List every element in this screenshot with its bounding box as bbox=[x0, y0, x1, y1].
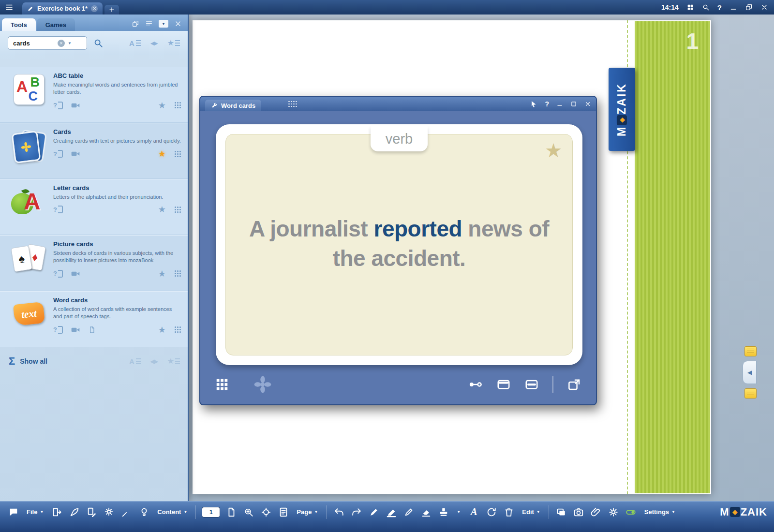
sort-alphabetical-icon[interactable]: A bbox=[129, 40, 141, 47]
minimize-button[interactable] bbox=[729, 3, 737, 11]
page-list-icon[interactable] bbox=[278, 507, 289, 517]
page-preview-icon[interactable] bbox=[226, 507, 237, 517]
camera-icon[interactable] bbox=[573, 507, 584, 517]
search-button[interactable] bbox=[702, 3, 710, 11]
pan-icon[interactable] bbox=[261, 507, 271, 517]
tab-tools[interactable]: Tools bbox=[2, 18, 36, 31]
tool-item-cards[interactable]: Cards Creating cards with text or pictur… bbox=[0, 123, 188, 179]
stamp-icon[interactable] bbox=[438, 507, 449, 517]
window-help-button[interactable]: ? bbox=[545, 100, 549, 108]
mozaik-ribbon-bookmark[interactable]: M◆ZAIK bbox=[609, 68, 635, 151]
highlighter-icon[interactable] bbox=[386, 507, 397, 517]
rotate-icon[interactable] bbox=[486, 507, 497, 517]
media-icon[interactable] bbox=[556, 507, 566, 517]
main-menu-button[interactable] bbox=[0, 0, 18, 15]
toggle-switch-icon[interactable] bbox=[625, 507, 636, 517]
search-input[interactable] bbox=[12, 39, 56, 47]
gear-icon[interactable] bbox=[608, 507, 619, 517]
attachment-icon[interactable] bbox=[591, 507, 601, 517]
drag-handle-icon[interactable] bbox=[288, 101, 299, 107]
favorite-star-icon[interactable]: ★ bbox=[158, 205, 166, 214]
undock-panel-icon[interactable] bbox=[132, 20, 139, 28]
notes-icon[interactable] bbox=[87, 507, 97, 517]
window-maximize-button[interactable] bbox=[570, 101, 577, 107]
edit-menu[interactable]: Edit▼ bbox=[520, 505, 542, 518]
pen-tool-icon[interactable] bbox=[69, 507, 80, 517]
favorite-star-icon[interactable]: ★ bbox=[158, 101, 166, 110]
window-close-button[interactable] bbox=[584, 101, 591, 107]
bookmark-note-icon[interactable] bbox=[744, 388, 757, 399]
show-all-link[interactable]: Show all bbox=[20, 357, 47, 365]
help-icon[interactable]: ? bbox=[53, 206, 63, 213]
undo-icon[interactable] bbox=[334, 507, 344, 517]
content-menu[interactable]: Content▼ bbox=[155, 505, 190, 518]
close-button[interactable] bbox=[760, 3, 768, 11]
shuffle-toggle-icon[interactable] bbox=[468, 377, 483, 392]
pencil-draw-icon[interactable] bbox=[403, 507, 414, 517]
video-icon[interactable] bbox=[71, 149, 80, 159]
tool-item-letter-cards[interactable]: A Letter cards Letters of the alphabet a… bbox=[0, 179, 188, 235]
list-view-icon[interactable] bbox=[145, 20, 153, 28]
card-front-button[interactable] bbox=[496, 377, 511, 392]
text-tool-icon[interactable]: A bbox=[471, 507, 477, 517]
dart-icon[interactable] bbox=[121, 507, 132, 517]
zoom-icon[interactable] bbox=[243, 507, 254, 517]
tab-games[interactable]: Games bbox=[37, 18, 75, 31]
panel-close-button[interactable] bbox=[174, 20, 182, 28]
import-icon[interactable] bbox=[52, 507, 62, 517]
eraser-icon[interactable] bbox=[421, 507, 432, 517]
card-back-button[interactable] bbox=[524, 377, 539, 392]
file-menu[interactable]: File▼ bbox=[24, 505, 46, 518]
new-tab-button[interactable] bbox=[104, 5, 119, 15]
tool-item-word-cards[interactable]: text Word cards A collection of word car… bbox=[0, 291, 188, 347]
tab-close-button[interactable] bbox=[91, 5, 98, 12]
help-icon[interactable]: ? bbox=[53, 270, 63, 278]
tool-item-picture-cards[interactable]: ♦ ♠ Picture cards Sixteen decks of cards… bbox=[0, 235, 188, 291]
dots-grid-icon[interactable] bbox=[175, 270, 181, 277]
drawing-tools-dropdown[interactable]: ▼ bbox=[454, 505, 463, 518]
word-cards-window[interactable]: Word cards ? verb ★ A journalist reporte… bbox=[199, 96, 597, 405]
run-search-icon[interactable] bbox=[93, 38, 104, 48]
word-cards-window-tab[interactable]: Word cards bbox=[205, 100, 261, 111]
page-number-box[interactable]: 1 bbox=[202, 507, 220, 517]
bookmark-note-icon[interactable] bbox=[744, 346, 757, 356]
help-icon[interactable]: ? bbox=[53, 102, 63, 109]
video-icon[interactable] bbox=[71, 101, 80, 110]
page-menu[interactable]: Page▼ bbox=[294, 505, 320, 518]
next-card-button[interactable] bbox=[567, 377, 581, 392]
favorite-star-icon[interactable]: ★ bbox=[158, 269, 166, 278]
restore-button[interactable] bbox=[745, 3, 753, 11]
card-favorite-star-icon[interactable]: ★ bbox=[545, 141, 562, 160]
dots-grid-icon[interactable] bbox=[175, 326, 181, 333]
video-icon[interactable] bbox=[71, 325, 80, 335]
dots-grid-icon[interactable] bbox=[175, 102, 181, 108]
search-history-chevron[interactable]: ▼ bbox=[67, 41, 73, 45]
dots-grid-icon[interactable] bbox=[175, 207, 181, 213]
video-icon[interactable] bbox=[71, 269, 80, 279]
dots-grid-icon[interactable] bbox=[175, 151, 181, 157]
favorite-star-icon[interactable]: ★ bbox=[158, 325, 166, 334]
tools-gear-icon[interactable] bbox=[104, 507, 115, 517]
favorites-filter-icon[interactable]: ★ bbox=[167, 357, 180, 365]
help-icon[interactable]: ? bbox=[53, 326, 63, 334]
ideas-icon[interactable] bbox=[139, 507, 149, 517]
panel-pull-tab[interactable]: ◀ bbox=[743, 361, 757, 384]
search-combo[interactable]: × ▼ bbox=[8, 36, 87, 50]
help-icon[interactable]: ? bbox=[53, 150, 63, 158]
pen-icon[interactable] bbox=[369, 507, 379, 517]
favorite-star-icon-active[interactable]: ★ bbox=[158, 149, 166, 158]
messages-icon[interactable] bbox=[8, 507, 19, 517]
tool-item-abc-table[interactable]: A B C ABC table Make meaningful words an… bbox=[0, 67, 188, 123]
document-icon[interactable] bbox=[88, 326, 96, 334]
delete-icon[interactable] bbox=[504, 507, 514, 517]
settings-menu[interactable]: Settings▼ bbox=[642, 505, 678, 518]
window-minimize-button[interactable] bbox=[556, 101, 563, 107]
panel-dropdown-button[interactable]: ▼ bbox=[159, 20, 168, 28]
sort-alphabetical-icon[interactable]: A bbox=[129, 358, 141, 365]
compare-arrows-icon[interactable]: ◀▶ bbox=[150, 358, 158, 365]
pointer-mode-icon[interactable] bbox=[530, 100, 537, 108]
deck-grid-button[interactable] bbox=[215, 377, 229, 392]
redo-icon[interactable] bbox=[351, 507, 362, 517]
exercise-book-tab[interactable]: Exercise book 1* bbox=[22, 2, 103, 15]
compare-arrows-icon[interactable]: ◀▶ bbox=[150, 40, 158, 46]
